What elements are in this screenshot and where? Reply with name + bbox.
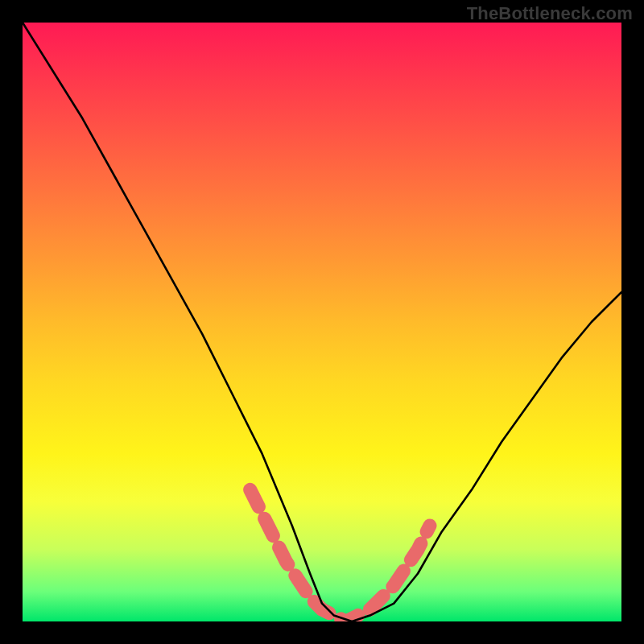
chart-svg [23,23,621,621]
marker-band-group [250,489,430,621]
chart-frame: TheBottleneck.com [0,0,644,644]
curve-group [23,23,621,621]
plot-area [23,23,621,621]
marker-band-line [250,489,430,621]
bottleneck-curve [23,23,621,621]
watermark-text: TheBottleneck.com [467,3,633,24]
